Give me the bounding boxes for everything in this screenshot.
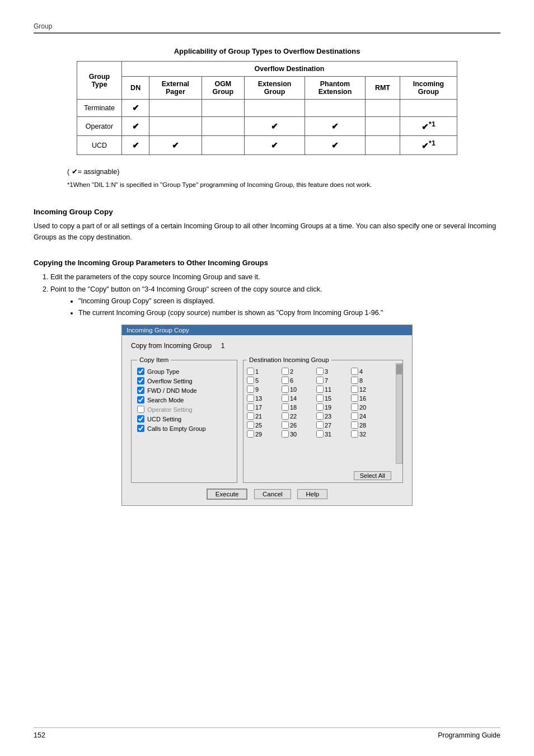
copying-section-heading: Copying the Incoming Group Parameters to… xyxy=(34,259,500,267)
copying-steps-list: Edit the parameters of the copy source I… xyxy=(45,271,500,319)
cell-operator-rmt xyxy=(365,117,400,136)
assignable-note: ( ✔= assignable) xyxy=(67,166,467,177)
select-all-button[interactable]: Select All xyxy=(354,471,391,480)
col-header-overflow: Overflow Destination xyxy=(122,62,457,77)
checkbox-group-type[interactable] xyxy=(137,368,144,375)
cell-terminate-ext-pager xyxy=(149,100,202,117)
dest-cb-32: 32 xyxy=(351,430,382,438)
applicability-table: GroupType Overflow Destination DN Extern… xyxy=(77,61,457,155)
cancel-button[interactable]: Cancel xyxy=(254,489,291,499)
dest-scroll: 1 2 3 4 5 6 7 8 9 10 11 xyxy=(247,368,382,468)
step-1: Edit the parameters of the copy source I… xyxy=(50,271,500,283)
cell-ucd-ext-pager: ✔ xyxy=(149,136,202,155)
cell-operator-ext-pager xyxy=(149,117,202,136)
row-type-terminate: Terminate xyxy=(77,100,122,117)
cell-terminate-ogm xyxy=(202,100,245,117)
dest-cb-18: 18 xyxy=(282,403,313,411)
page: Group Applicability of Group Types to Ov… xyxy=(0,0,534,756)
dest-cb-20: 20 xyxy=(351,403,382,411)
label-fwd-dnd: FWD / DND Mode xyxy=(147,387,197,394)
col-header-incoming-group: IncomingGroup xyxy=(400,77,457,100)
cell-terminate-incoming xyxy=(400,100,457,117)
dest-cb-8: 8 xyxy=(351,377,382,384)
dest-cb-17: 17 xyxy=(247,403,278,411)
checkbox-overflow[interactable] xyxy=(137,377,144,384)
col-header-ogm-group: OGMGroup xyxy=(202,77,245,100)
bullet-2: The current Incoming Group (copy source)… xyxy=(78,307,500,319)
cell-operator-ext-group: ✔ xyxy=(245,117,305,136)
checkbox-ucd-setting[interactable] xyxy=(137,415,144,422)
dest-cb-6: 6 xyxy=(282,377,313,384)
cell-terminate-ext-group xyxy=(245,100,305,117)
dest-cb-10: 10 xyxy=(282,386,313,393)
dest-cb-1: 1 xyxy=(247,368,278,375)
copy-item-operator-setting: Operator Setting xyxy=(137,406,231,413)
dest-cb-15: 15 xyxy=(316,395,348,402)
section-label: Group xyxy=(34,22,500,30)
select-all-row: Select All xyxy=(247,471,399,480)
cell-ucd-ogm xyxy=(202,136,245,155)
footnote: *1When "DIL 1:N" is specified in "Group … xyxy=(67,180,467,190)
scrollbar-thumb xyxy=(396,364,402,374)
dialog-titlebar: Incoming Group Copy xyxy=(122,325,412,335)
label-calls-empty: Calls to Empty Group xyxy=(147,425,206,432)
incoming-group-copy-section: Incoming Group Copy Used to copy a part … xyxy=(34,208,500,243)
label-ucd-setting: UCD Setting xyxy=(147,416,181,422)
checkbox-fwd-dnd[interactable] xyxy=(137,387,144,394)
copy-item-search-mode: Search Mode xyxy=(137,396,231,403)
bullet-1: "Incoming Group Copy" screen is displaye… xyxy=(78,295,500,307)
checkbox-calls-empty[interactable] xyxy=(137,425,144,432)
dest-cb-27: 27 xyxy=(316,421,348,429)
dest-cb-13: 13 xyxy=(247,395,278,402)
dest-cb-14: 14 xyxy=(282,395,313,402)
dest-cb-3: 3 xyxy=(316,368,348,375)
dialog-two-col: Copy Item Group Type Overflow Setting FW… xyxy=(131,356,403,483)
dest-cb-11: 11 xyxy=(316,386,348,393)
label-search-mode: Search Mode xyxy=(147,397,184,403)
copying-section: Copying the Incoming Group Parameters to… xyxy=(34,259,500,319)
dialog-body: Copy from Incoming Group 1 Copy Item Gro… xyxy=(122,335,412,505)
help-button[interactable]: Help xyxy=(297,489,327,499)
page-footer: 152 Programming Guide xyxy=(34,727,500,739)
dest-cb-16: 16 xyxy=(351,395,382,402)
table-row: Terminate ✔ xyxy=(77,100,457,117)
copy-item-legend: Copy Item xyxy=(137,356,171,363)
scrollbar[interactable] xyxy=(396,363,402,464)
dest-cb-31: 31 xyxy=(316,430,348,438)
dialog-copy-from: Copy from Incoming Group 1 xyxy=(131,342,403,350)
notes-block: ( ✔= assignable) *1When "DIL 1:N" is spe… xyxy=(67,166,467,190)
dest-fieldset: Destination Incoming Group 1 2 3 4 5 6 7 xyxy=(243,356,403,483)
row-type-ucd: UCD xyxy=(77,136,122,155)
dest-cb-22: 22 xyxy=(282,412,313,420)
dest-cb-26: 26 xyxy=(282,421,313,429)
checkbox-search-mode[interactable] xyxy=(137,396,144,403)
execute-button[interactable]: Execute xyxy=(207,489,248,500)
label-group-type: Group Type xyxy=(147,368,179,375)
table-row: UCD ✔ ✔ ✔ ✔ ✔*1 xyxy=(77,136,457,155)
cell-ucd-ext-group: ✔ xyxy=(245,136,305,155)
row-type-operator: Operator xyxy=(77,117,122,136)
cell-terminate-rmt xyxy=(365,100,400,117)
dest-cb-30: 30 xyxy=(282,430,313,438)
dest-cb-23: 23 xyxy=(316,412,348,420)
dest-cb-29: 29 xyxy=(247,430,278,438)
checkbox-operator-setting[interactable] xyxy=(137,406,144,413)
dest-cb-7: 7 xyxy=(316,377,348,384)
cell-operator-phantom: ✔ xyxy=(305,117,366,136)
table-row: Operator ✔ ✔ ✔ ✔*1 xyxy=(77,117,457,136)
table-title: Applicability of Group Types to Overflow… xyxy=(34,47,500,55)
dest-cb-24: 24 xyxy=(351,412,382,420)
dest-legend: Destination Incoming Group xyxy=(247,356,331,363)
cell-ucd-dn: ✔ xyxy=(122,136,149,155)
dest-cb-2: 2 xyxy=(282,368,313,375)
copy-item-ucd-setting: UCD Setting xyxy=(137,415,231,422)
col-header-dn: DN xyxy=(122,77,149,100)
step-2: Point to the "Copy" button on "3-4 Incom… xyxy=(50,284,500,320)
col-header-external-pager: ExternalPager xyxy=(149,77,202,100)
cell-ucd-incoming: ✔*1 xyxy=(400,136,457,155)
dialog-buttons: Execute Cancel Help xyxy=(131,489,403,500)
dest-cb-28: 28 xyxy=(351,421,382,429)
dest-cb-25: 25 xyxy=(247,421,278,429)
cell-ucd-phantom: ✔ xyxy=(305,136,366,155)
step2-bullets: "Incoming Group Copy" screen is displaye… xyxy=(73,295,500,320)
